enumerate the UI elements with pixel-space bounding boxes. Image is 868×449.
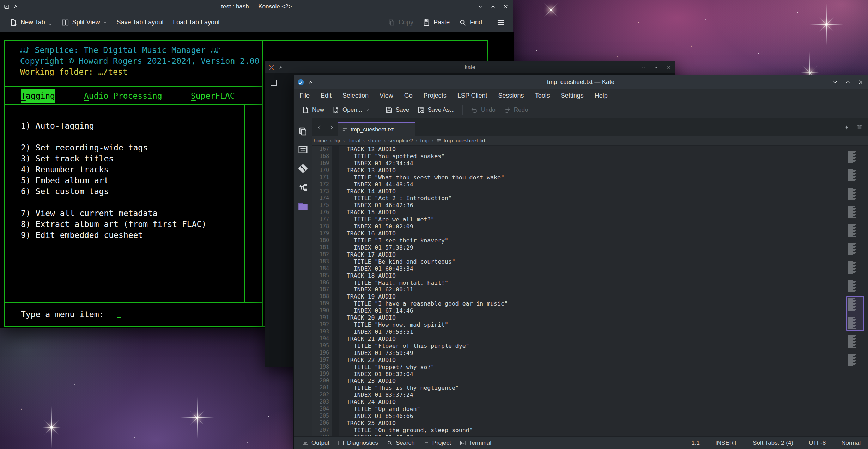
editor-line[interactable]: 205 INDEX 01 85:46:66: [312, 413, 868, 420]
editor-line[interactable]: 178 INDEX 01 50:02:09: [312, 223, 868, 230]
editor-line[interactable]: 172 INDEX 01 44:48:54: [312, 181, 868, 188]
minimize-button[interactable]: [478, 4, 483, 10]
editor-line[interactable]: 169 INDEX 01 42:34:44: [312, 160, 868, 167]
editor-line[interactable]: 174 TITLE "Act 2 : Introduction": [312, 195, 868, 202]
editor-line[interactable]: 198 TITLE "Puppet? why so?": [312, 364, 868, 371]
editor-line[interactable]: 207 TITLE "On the ground, sleep sound": [312, 427, 868, 434]
tui-menu-item[interactable]: 3) Set track titles: [21, 153, 206, 164]
editor-line[interactable]: 187 INDEX 01 62:00:11: [312, 286, 868, 293]
menu-tools[interactable]: Tools: [535, 92, 550, 99]
menu-help[interactable]: Help: [595, 92, 608, 99]
cursor-position[interactable]: 1:1: [691, 439, 700, 447]
tui-menu-item[interactable]: 1) Auto-Tagging: [21, 121, 206, 131]
tui-menu-item[interactable]: 7) View all current metadata: [21, 208, 206, 219]
split-view-button[interactable]: Split View: [61, 19, 108, 26]
hamburger-menu-button[interactable]: [497, 18, 505, 27]
menu-go[interactable]: Go: [404, 92, 413, 99]
terminal-panel-button[interactable]: Terminal: [460, 439, 491, 447]
save-tab-layout-button[interactable]: Save Tab Layout: [116, 19, 164, 26]
tui-menu-item[interactable]: 2) Set recording-wide tags: [21, 142, 206, 153]
editor-line[interactable]: 177 TITLE "Are we all met?": [312, 216, 868, 223]
editor-line[interactable]: 185 TRACK 18 AUDIO: [312, 272, 868, 279]
editor-line[interactable]: 203 TRACK 24 AUDIO: [312, 399, 868, 406]
breadcrumb-home[interactable]: home: [314, 137, 327, 144]
editor-line[interactable]: 184 INDEX 01 60:43:34: [312, 265, 868, 272]
documents-icon[interactable]: [298, 126, 308, 137]
close-button[interactable]: [666, 65, 671, 70]
editor-line[interactable]: 191 TRACK 20 AUDIO: [312, 314, 868, 321]
editor-line[interactable]: 193 INDEX 01 70:53:51: [312, 328, 868, 336]
tab-back-icon[interactable]: [317, 125, 322, 130]
tui-menu-item[interactable]: 8) Extract album art (from first FLAC): [21, 219, 206, 230]
minimize-button[interactable]: [641, 65, 646, 70]
tui-menu-item[interactable]: 9) Edit embedded cuesheet: [21, 230, 206, 241]
breadcrumb-local[interactable]: .local: [348, 137, 360, 144]
tab-forward-icon[interactable]: [329, 125, 334, 130]
breadcrumb-tmp[interactable]: tmp: [420, 137, 429, 144]
editor-line[interactable]: 173 TRACK 14 AUDIO: [312, 188, 868, 195]
tui-menu-item[interactable]: 6) Set custom tags: [21, 186, 206, 197]
pin-icon[interactable]: [278, 65, 283, 70]
menu-view[interactable]: View: [380, 92, 393, 99]
outline-list-icon[interactable]: [298, 144, 308, 155]
breadcrumb-semplice2[interactable]: semplice2: [388, 137, 413, 144]
save-button[interactable]: Save: [385, 106, 409, 114]
new-button[interactable]: New: [302, 106, 324, 114]
editor-line[interactable]: 204 TITLE "Up and down": [312, 406, 868, 413]
tui-tab-tagging[interactable]: Tagging: [21, 89, 55, 103]
highlight-mode[interactable]: Normal: [841, 439, 861, 447]
breadcrumb-hjr[interactable]: hjr: [334, 137, 340, 144]
editor-line[interactable]: 170 TRACK 13 AUDIO: [312, 167, 868, 174]
tui-tab-audio-processing[interactable]: Audio Processing: [84, 89, 162, 103]
projects-folder-icon[interactable]: [297, 200, 309, 212]
menu-selection[interactable]: Selection: [342, 92, 369, 99]
save-as-button[interactable]: Save As...: [417, 106, 455, 114]
lsp-symbols-icon[interactable]: [298, 182, 308, 192]
close-button[interactable]: [858, 79, 863, 85]
tui-menu-item[interactable]: 5) Embed album art: [21, 175, 206, 186]
insert-mode[interactable]: INSERT: [715, 439, 737, 447]
tab-settings[interactable]: Soft Tabs: 2 (4): [753, 439, 793, 447]
breadcrumb-tmp_cuesheet.txt[interactable]: tmp_cuesheet.txt: [437, 137, 485, 144]
editor-line[interactable]: 190 INDEX 01 67:14:46: [312, 307, 868, 314]
menu-projects[interactable]: Projects: [424, 92, 447, 99]
editor-line[interactable]: 200 TRACK 23 AUDIO: [312, 377, 868, 385]
new-tab-button[interactable]: New Tab: [10, 19, 52, 26]
output-panel-button[interactable]: Output: [302, 439, 329, 447]
pin-icon[interactable]: [308, 80, 313, 85]
editor-line[interactable]: 179 TRACK 16 AUDIO: [312, 230, 868, 237]
editor-line[interactable]: 168 TITLE "You spotted snakes": [312, 153, 868, 160]
maximize-button[interactable]: [653, 65, 658, 70]
editor-line[interactable]: 180 TITLE "I see their knavery": [312, 237, 868, 244]
minimize-button[interactable]: [832, 79, 838, 85]
git-icon[interactable]: [297, 163, 309, 174]
menu-lsp-client[interactable]: LSP Client: [457, 92, 487, 99]
maximize-button[interactable]: [845, 79, 851, 85]
background-window-titlebar[interactable]: kate: [265, 61, 675, 73]
diagnostics-panel-button[interactable]: Diagnostics: [338, 439, 378, 447]
editor-line[interactable]: 183 TITLE "Be kind and courteous": [312, 258, 868, 265]
menu-file[interactable]: File: [299, 92, 310, 99]
paste-button[interactable]: Paste: [423, 19, 450, 26]
editor-line[interactable]: 194 TRACK 21 AUDIO: [312, 336, 868, 343]
copy-button[interactable]: Copy: [388, 19, 413, 26]
minimap-scrollbar[interactable]: [846, 146, 865, 436]
find-button[interactable]: Find...: [459, 19, 487, 26]
load-tab-layout-button[interactable]: Load Tab Layout: [173, 19, 220, 26]
editor-line[interactable]: 188 TRACK 19 AUDIO: [312, 293, 868, 300]
editor-line[interactable]: 189 TITLE "I have a reasnable good ear i…: [312, 300, 868, 307]
menu-settings[interactable]: Settings: [561, 92, 584, 99]
editor-line[interactable]: 186 TITLE "Hail, mortal, hail!": [312, 279, 868, 287]
editor-line[interactable]: 197 TRACK 22 AUDIO: [312, 357, 868, 364]
project-panel-button[interactable]: Project: [423, 439, 451, 447]
close-button[interactable]: [503, 4, 509, 10]
editor-line[interactable]: 201 TITLE "This is thy negligence": [312, 385, 868, 392]
editor-line[interactable]: 171 TITLE "What thou seest when thou dos…: [312, 174, 868, 181]
editor-line[interactable]: 192 TITLE "How now, mad spirit": [312, 321, 868, 328]
editor-line[interactable]: 195 TITLE "Flower of this purple dye": [312, 343, 868, 350]
undo-button[interactable]: Undo: [471, 106, 496, 114]
editor-line[interactable]: 175 INDEX 01 46:42:36: [312, 202, 868, 209]
quick-open-lightning-icon[interactable]: [844, 124, 850, 130]
tab-close-icon[interactable]: [406, 127, 411, 132]
editor-line[interactable]: 208 INDEX 01 91:40:00: [312, 434, 868, 436]
